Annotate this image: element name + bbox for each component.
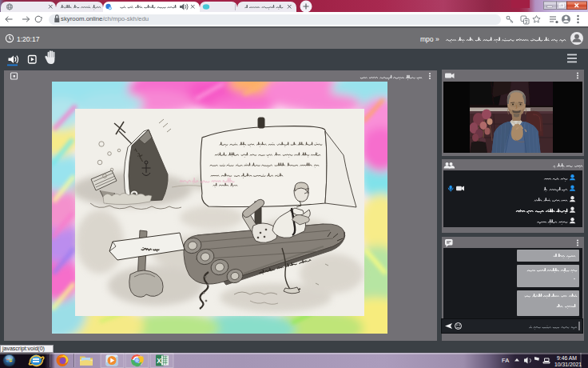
svg-text:FA: FA [502, 357, 509, 364]
svg-text:10/31/2021: 10/31/2021 [554, 362, 582, 367]
svg-text:9:46 AM: 9:46 AM [557, 355, 577, 361]
